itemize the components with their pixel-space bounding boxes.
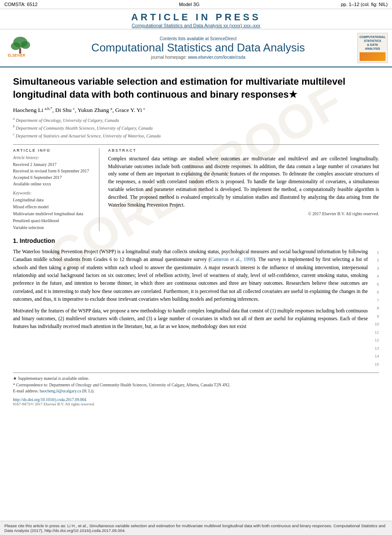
- intro-para2-text: Motivated by the features of the WSPP da…: [13, 307, 368, 331]
- keyword-2: Mixed effects model: [13, 204, 94, 210]
- line-7: 7: [377, 296, 379, 305]
- author-haocheng: Haocheng Li a,b,*, Di Shu c, Yukun Zhang…: [13, 107, 145, 113]
- journal-homepage-link[interactable]: www.elsevier.com/locate/csda: [188, 55, 245, 60]
- line-14: 14: [375, 352, 379, 360]
- introduction-heading: 1. Introduction: [13, 237, 379, 244]
- doi-link[interactable]: http://dx.doi.org/10.1016/j.csda.2017.09…: [13, 398, 86, 402]
- line-6: 6: [377, 288, 379, 296]
- bottom-citation-bar: Please cite this article in press as: Li…: [0, 521, 392, 535]
- footnote-email-link[interactable]: haocheng.li@ucalgary.ca: [40, 389, 81, 393]
- abstract-label: ABSTRACT: [108, 148, 379, 153]
- abstract-copyright: © 2017 Elsevier B.V. All rights reserved…: [108, 211, 379, 216]
- svg-point-2: [21, 41, 30, 49]
- main-content: Simultaneous variable selection and esti…: [0, 67, 392, 411]
- keyword-4: Penalized quasi-likelihood: [13, 217, 94, 224]
- article-info-column: ARTICLE INFO Article history: Received 2…: [13, 148, 99, 231]
- line-4: 4: [377, 272, 379, 280]
- authors: Haocheng Li a,b,*, Di Shu c, Yukun Zhang…: [13, 106, 379, 114]
- citation-cameron[interactable]: Cameron et al., 1999: [210, 257, 254, 262]
- doi-copyright: 0167-9473/© 2017 Elsevier B.V. All right…: [13, 402, 379, 406]
- affiliation-b: b Department of Community Health Science…: [13, 124, 379, 132]
- line-8: 8: [377, 304, 379, 312]
- line-2: 2: [377, 256, 379, 264]
- svg-point-1: [11, 42, 20, 50]
- comsta-label: COMSTA: 6512: [4, 2, 38, 7]
- aip-title: ARTICLE IN PRESS: [0, 12, 392, 23]
- svg-text:ELSEVIER: ELSEVIER: [8, 54, 25, 57]
- accepted-date: Accepted 6 September 2017: [13, 174, 94, 181]
- keyword-3: Multivariate multilevel longitudinal dat…: [13, 210, 94, 217]
- abstract-column: ABSTRACT Complex structured data setting…: [108, 148, 379, 231]
- affiliations: a Department of Oncology, University of …: [13, 116, 379, 140]
- cover-orange-decoration: [360, 52, 386, 61]
- aip-subtitle-link[interactable]: Computational Statistics and Data Analys…: [132, 23, 261, 28]
- line-12: 12: [375, 336, 379, 344]
- top-meta-bar: COMSTA: 6512 Model 3G pp. 1–12 (col. fig…: [0, 0, 392, 9]
- keywords-label: Keywords:: [13, 191, 94, 195]
- line-15: 15: [375, 360, 379, 369]
- line-3: 3: [377, 264, 379, 273]
- line-numbers: 1 2 3 4 5 6 7 8 9 10 11 12 13 14 15: [371, 248, 379, 369]
- line-13: 13: [375, 344, 379, 353]
- line-10: 10: [375, 320, 379, 328]
- introduction-section: 1. Introduction The Waterloo Smoking Pre…: [13, 237, 379, 369]
- footnotes: ★ Supplementary material is available on…: [13, 373, 379, 394]
- aip-subtitle: Computational Statistics and Data Analys…: [0, 23, 392, 28]
- journal-cover-image: COMPUTATIONAL STATISTICS & DATA ANALYSIS: [357, 33, 388, 63]
- science-direct-link: Contents lists available at ScienceDirec…: [43, 36, 353, 41]
- line-9: 9: [377, 312, 379, 321]
- svg-rect-3: [19, 48, 21, 54]
- available-date: Available online xxxx: [13, 181, 94, 187]
- journal-center: Contents lists available at ScienceDirec…: [43, 36, 353, 59]
- journal-title: Computational Statistics and Data Analys…: [43, 41, 353, 54]
- model-label: Model 3G: [179, 2, 200, 7]
- doi-footer: http://dx.doi.org/10.1016/j.csda.2017.09…: [13, 398, 379, 402]
- abstract-text: Complex structured data settings are stu…: [108, 155, 379, 209]
- journal-logo-area: ELSEVIER: [4, 36, 39, 60]
- line-11: 11: [375, 328, 379, 337]
- paper-title: Simultaneous variable selection and esti…: [13, 75, 379, 101]
- keyword-1: Longitudinal data: [13, 197, 94, 204]
- footnote-correspondence: * Correspondence to: Departments of Onco…: [13, 382, 379, 388]
- article-in-press-banner: ARTICLE IN PRESS Computational Statistic…: [0, 9, 392, 29]
- received-revised-date: Received in revised form 6 September 201…: [13, 168, 94, 174]
- line-5: 5: [377, 280, 379, 289]
- article-info-label: ARTICLE INFO: [13, 148, 94, 153]
- intro-paragraph-1-container: The Waterloo Smoking Prevention Project …: [13, 248, 379, 369]
- keyword-5: Variable selection: [13, 224, 94, 231]
- journal-header: ELSEVIER Contents lists available at Sci…: [0, 29, 392, 67]
- affiliation-c: c Department of Statistics and Actuarial…: [13, 132, 379, 140]
- bottom-citation-text: Please cite this article in press as: Li…: [4, 523, 386, 533]
- history-label: Article history:: [13, 155, 94, 160]
- received-date: Received 2 January 2017: [13, 161, 94, 168]
- intro-para1-text: The Waterloo Smoking Prevention Project …: [13, 248, 368, 303]
- journal-homepage: journal homepage: www.elsevier.com/locat…: [43, 55, 353, 60]
- footnote-star: ★ Supplementary material is available on…: [13, 376, 379, 382]
- affiliation-a: a Department of Oncology, University of …: [13, 116, 379, 124]
- science-direct-anchor[interactable]: ScienceDirect: [210, 36, 237, 41]
- intro-paragraph-1: The Waterloo Smoking Prevention Project …: [13, 248, 368, 369]
- elsevier-tree-logo: ELSEVIER: [4, 36, 37, 58]
- pages-label: pp. 1–12 (col. fig: NIL): [341, 2, 388, 7]
- footnote-email: E-mail address: haocheng.li@ucalgary.ca …: [13, 388, 379, 394]
- article-info-abstract-section: ARTICLE INFO Article history: Received 2…: [13, 144, 379, 231]
- line-1: 1: [377, 248, 379, 257]
